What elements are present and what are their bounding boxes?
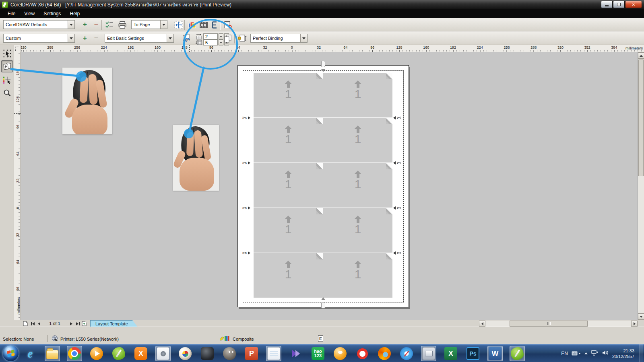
vertical-ruler[interactable]: millimeters 1601289664320326496 bbox=[14, 52, 21, 320]
delete-preset-button[interactable]: − bbox=[91, 20, 101, 29]
coreldraw-preview[interactable] bbox=[510, 346, 525, 361]
close-button[interactable]: ✕ bbox=[625, 1, 642, 8]
binding-combo[interactable]: Perfect Binding bbox=[250, 34, 308, 43]
safari[interactable] bbox=[399, 346, 414, 361]
print-options-button[interactable] bbox=[104, 20, 115, 30]
menu-help[interactable]: Help bbox=[66, 10, 85, 18]
horizontal-ruler[interactable]: millimeters 3202882562241921601289664320… bbox=[21, 45, 644, 52]
preview-preset-combo[interactable]: CorelDRAW Defaults bbox=[3, 20, 75, 29]
volume-icon[interactable] bbox=[602, 350, 609, 357]
template-page-button[interactable] bbox=[181, 33, 192, 43]
dropdown-button[interactable] bbox=[68, 21, 74, 29]
keyboard-layout-icon[interactable] bbox=[572, 351, 581, 356]
photoshop[interactable]: Ps bbox=[465, 346, 481, 361]
kmplayer[interactable] bbox=[288, 346, 303, 361]
language-indicator[interactable]: EN bbox=[561, 351, 568, 356]
double-sided-button[interactable] bbox=[222, 33, 233, 44]
edit-settings-combo[interactable]: Edit Basic Settings bbox=[105, 34, 174, 43]
zoom-level-combo[interactable]: To Page bbox=[131, 20, 167, 29]
scroll-down-button[interactable] bbox=[638, 313, 644, 320]
gutter-handle-top-icon[interactable] bbox=[321, 61, 325, 67]
firefox[interactable] bbox=[377, 346, 392, 361]
layout-card[interactable]: 1 bbox=[323, 73, 392, 117]
photo-viewer[interactable] bbox=[200, 346, 215, 361]
dropdown-button[interactable] bbox=[167, 34, 173, 42]
full-screen-preview-button[interactable] bbox=[173, 20, 184, 30]
scroll-right-button[interactable] bbox=[631, 321, 638, 327]
card-page-number: 1 bbox=[355, 268, 361, 280]
add-layout-button[interactable]: + bbox=[80, 33, 90, 43]
zoom-tool[interactable] bbox=[1, 87, 13, 99]
add-preset-button[interactable]: + bbox=[80, 20, 90, 29]
tray-clock[interactable]: 21:33 20/12/2557 bbox=[612, 348, 636, 359]
layout-card[interactable]: 1 bbox=[323, 253, 392, 298]
xampp-control[interactable]: X bbox=[133, 346, 149, 361]
layout-preset-combo[interactable]: Custom bbox=[3, 34, 75, 43]
internet-explorer[interactable]: e bbox=[23, 346, 38, 361]
start-button[interactable] bbox=[3, 346, 19, 361]
first-page-button[interactable] bbox=[30, 321, 35, 326]
hao123[interactable]: hao 123 bbox=[310, 346, 326, 361]
page-curl-icon bbox=[23, 321, 28, 326]
dropdown-button[interactable] bbox=[68, 34, 74, 42]
layout-card[interactable]: 1 bbox=[323, 163, 392, 208]
previous-page-button[interactable] bbox=[36, 321, 42, 326]
word[interactable]: W bbox=[487, 346, 503, 361]
minimize-button[interactable] bbox=[601, 1, 613, 8]
video-capture[interactable] bbox=[155, 346, 171, 361]
layout-card[interactable]: 1 bbox=[254, 73, 323, 117]
layout-card[interactable]: 1 bbox=[323, 208, 392, 253]
display-settings[interactable] bbox=[421, 346, 436, 361]
pick-tool[interactable] bbox=[1, 47, 13, 60]
layout-card[interactable]: 1 bbox=[254, 163, 323, 208]
marks-placement-tool[interactable] bbox=[1, 74, 13, 86]
media-player-icon bbox=[90, 347, 103, 360]
gimp[interactable] bbox=[222, 346, 237, 361]
gutter-handle-bottom-icon[interactable] bbox=[321, 302, 325, 309]
show-desktop-button[interactable] bbox=[640, 344, 643, 362]
add-page-button[interactable] bbox=[81, 321, 87, 326]
print-button[interactable] bbox=[117, 20, 128, 30]
media-player[interactable] bbox=[89, 346, 104, 361]
menu-settings[interactable]: Settings bbox=[39, 10, 65, 18]
menu-file[interactable]: File bbox=[3, 10, 20, 18]
windows-explorer[interactable] bbox=[45, 346, 60, 361]
gom-player[interactable] bbox=[332, 346, 348, 361]
powerpoint[interactable]: P bbox=[244, 346, 259, 361]
imposition-layout-tool[interactable] bbox=[1, 60, 13, 72]
enable-separations-button[interactable] bbox=[187, 20, 198, 30]
menu-view[interactable]: View bbox=[20, 10, 39, 18]
next-page-button[interactable] bbox=[68, 321, 74, 326]
network-icon[interactable] bbox=[591, 350, 599, 357]
layout-card[interactable]: 1 bbox=[254, 118, 323, 162]
pages-across-field[interactable]: 2 bbox=[203, 33, 218, 39]
opera[interactable] bbox=[355, 346, 370, 361]
scroll-left-button[interactable] bbox=[479, 321, 485, 327]
tab-layout-template[interactable]: Layout Template bbox=[90, 320, 138, 327]
close-print-preview-button[interactable] bbox=[222, 20, 233, 30]
coreldraw[interactable] bbox=[111, 346, 126, 361]
ruler-origin-corner[interactable] bbox=[14, 45, 21, 52]
google-chrome[interactable] bbox=[67, 346, 82, 361]
vertical-scrollbar-thumb[interactable] bbox=[638, 60, 644, 176]
delete-layout-button[interactable]: − bbox=[91, 33, 101, 43]
layout-card[interactable]: 1 bbox=[254, 253, 323, 298]
restore-button[interactable] bbox=[613, 1, 625, 8]
dropdown-button[interactable] bbox=[300, 34, 307, 42]
invert-button[interactable] bbox=[198, 20, 209, 30]
windows-journal[interactable] bbox=[266, 346, 281, 361]
layout-card[interactable]: 1 bbox=[323, 118, 392, 162]
layout-card[interactable]: 1 bbox=[254, 208, 323, 253]
mirror-button[interactable] bbox=[208, 20, 220, 30]
show-hidden-icons-button[interactable] bbox=[584, 352, 588, 354]
horizontal-scrollbar-thumb[interactable] bbox=[510, 321, 588, 327]
pages-down-field[interactable]: 5 bbox=[203, 39, 218, 45]
paint[interactable] bbox=[178, 346, 193, 361]
template-marks-button[interactable] bbox=[237, 33, 248, 44]
dropdown-button[interactable] bbox=[160, 21, 167, 29]
scroll-up-button[interactable] bbox=[638, 52, 644, 59]
excel[interactable]: X bbox=[443, 346, 458, 361]
goto-page-button[interactable] bbox=[23, 321, 28, 326]
vertical-scrollbar[interactable] bbox=[638, 52, 644, 320]
last-page-button[interactable] bbox=[75, 321, 80, 326]
